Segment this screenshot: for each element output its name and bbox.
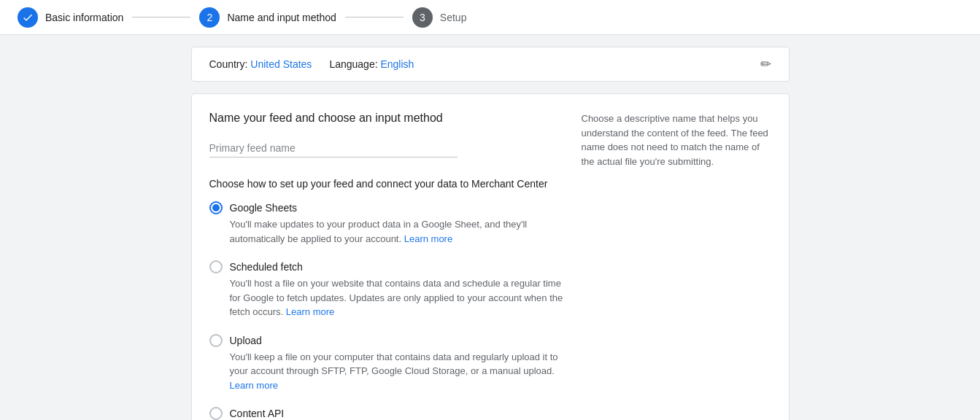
- step-2-label: Name and input method: [227, 12, 336, 23]
- radio-option-google-sheets: Google Sheets You'll make updates to you…: [209, 201, 564, 246]
- radio-desc-scheduled-fetch: You'll host a file on your website that …: [230, 276, 564, 319]
- primary-feed-name-input[interactable]: [209, 139, 458, 158]
- feed-card-main: Name your feed and choose an input metho…: [209, 112, 564, 420]
- radio-circle-scheduled-fetch[interactable]: [209, 260, 223, 273]
- step-1-circle: [18, 7, 38, 28]
- radio-desc-google-sheets: You'll make updates to your product data…: [230, 217, 564, 246]
- edit-icon[interactable]: ✏: [760, 56, 771, 72]
- language-value: English: [380, 58, 414, 70]
- radio-row-scheduled-fetch[interactable]: Scheduled fetch: [209, 260, 564, 273]
- step-connector-2: [345, 17, 404, 18]
- step-3-label: Setup: [440, 12, 467, 23]
- radio-row-upload[interactable]: Upload: [209, 334, 564, 347]
- aside-description: Choose a descriptive name that helps you…: [582, 112, 771, 168]
- upload-learn-more[interactable]: Learn more: [230, 380, 278, 391]
- step-2-circle: 2: [199, 7, 220, 28]
- radio-label-scheduled-fetch: Scheduled fetch: [230, 261, 303, 273]
- main-content: Country: United States Language: English…: [0, 35, 980, 420]
- language-label: Language:: [329, 58, 380, 70]
- content-wrapper: Country: United States Language: English…: [191, 47, 790, 420]
- radio-label-content-api: Content API: [230, 408, 285, 419]
- radio-label-google-sheets: Google Sheets: [230, 202, 298, 214]
- radio-desc-upload: You'll keep a file on your computer that…: [230, 350, 564, 393]
- radio-label-upload: Upload: [230, 335, 262, 346]
- country-info: Country: United States: [209, 58, 312, 70]
- feed-card-aside: Choose a descriptive name that helps you…: [582, 112, 771, 420]
- radio-circle-upload[interactable]: [209, 334, 223, 347]
- radio-option-scheduled-fetch: Scheduled fetch You'll host a file on yo…: [209, 260, 564, 319]
- choose-method-label: Choose how to set up your feed and conne…: [209, 178, 564, 190]
- step-setup: 3 Setup: [412, 7, 467, 28]
- step-connector-1: [132, 17, 190, 18]
- scheduled-fetch-desc-text: You'll host a file on your website that …: [230, 278, 563, 317]
- step-2-number: 2: [207, 12, 212, 23]
- radio-row-google-sheets[interactable]: Google Sheets: [209, 201, 564, 214]
- country-value: United States: [250, 58, 312, 70]
- language-info: Language: English: [329, 58, 414, 70]
- step-name-and-input: 2 Name and input method: [199, 7, 336, 28]
- radio-option-upload: Upload You'll keep a file on your comput…: [209, 334, 564, 393]
- radio-circle-content-api[interactable]: [209, 407, 223, 420]
- radio-row-content-api[interactable]: Content API: [209, 407, 564, 420]
- google-sheets-learn-more[interactable]: Learn more: [404, 233, 452, 244]
- google-sheets-desc-text: You'll make updates to your product data…: [230, 219, 528, 244]
- stepper-bar: Basic information 2 Name and input metho…: [0, 0, 980, 35]
- feed-section-title: Name your feed and choose an input metho…: [209, 112, 564, 125]
- step-1-label: Basic information: [45, 12, 123, 23]
- info-bar-left: Country: United States Language: English: [209, 58, 414, 70]
- info-bar: Country: United States Language: English…: [191, 47, 790, 82]
- step-3-circle: 3: [412, 7, 433, 28]
- step-3-number: 3: [420, 12, 425, 23]
- feed-card: Name your feed and choose an input metho…: [191, 93, 790, 420]
- upload-desc-text: You'll keep a file on your computer that…: [230, 351, 558, 377]
- country-label: Country:: [209, 58, 251, 70]
- scheduled-fetch-learn-more[interactable]: Learn more: [286, 306, 334, 317]
- radio-circle-google-sheets[interactable]: [209, 201, 223, 214]
- step-basic-information: Basic information: [18, 7, 123, 28]
- radio-option-content-api: Content API The Content API for Shopping…: [209, 407, 564, 420]
